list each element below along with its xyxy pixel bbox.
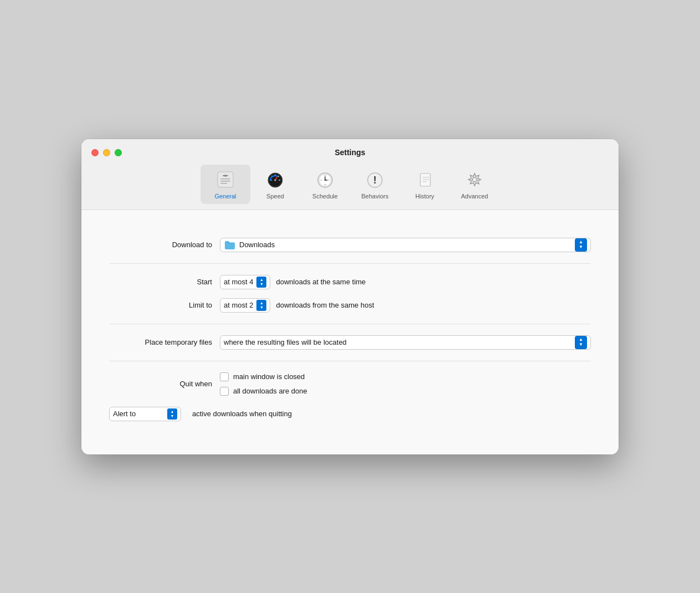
traffic-lights	[91, 149, 122, 156]
tab-schedule-label: Schedule	[312, 193, 338, 200]
svg-point-30	[472, 177, 477, 182]
start-label: Start	[109, 278, 220, 286]
temp-files-section: Place temporary files where the resultin…	[109, 324, 591, 361]
limit-stepper-up: ▲	[260, 301, 264, 305]
download-to-select-inner: Downloads	[224, 240, 575, 250]
quit-row: Quit when main window is closed all down…	[109, 372, 591, 396]
svg-rect-0	[218, 172, 233, 187]
svg-rect-4	[220, 181, 230, 182]
tab-speed[interactable]: Speed	[250, 165, 300, 204]
limit-to-select-value: at most 2	[224, 301, 253, 309]
limit-to-stepper[interactable]: ▲ ▼	[256, 300, 266, 311]
advanced-icon	[464, 169, 485, 190]
download-to-section: Download to Downloads ▲	[109, 227, 591, 264]
alert-to-select[interactable]: Alert to ▲ ▼	[109, 407, 181, 421]
alert-to-value: Alert to	[113, 410, 164, 418]
temp-files-label: Place temporary files	[109, 338, 220, 346]
close-button[interactable]	[91, 149, 99, 156]
tab-advanced-label: Advanced	[461, 193, 488, 200]
start-row: Start at most 4 ▲ ▼ downloads at the sam…	[109, 275, 591, 289]
svg-point-23	[325, 179, 326, 180]
limit-to-select[interactable]: at most 2 ▲ ▼	[220, 298, 270, 313]
temp-files-select[interactable]: where the resulting files will be locate…	[220, 335, 591, 350]
tab-behaviors[interactable]: ! Behaviors	[350, 165, 400, 204]
start-select-value: at most 4	[224, 278, 253, 286]
download-to-value: Downloads	[239, 241, 575, 249]
tab-history[interactable]: History	[400, 165, 450, 204]
stepper-down-icon: ▼	[579, 245, 583, 249]
download-to-row: Download to Downloads ▲	[109, 238, 591, 252]
svg-point-14	[274, 179, 276, 181]
temp-files-select-inner: where the resulting files will be locate…	[224, 338, 575, 346]
folder-icon	[224, 240, 236, 250]
tab-behaviors-label: Behaviors	[362, 193, 389, 200]
tab-speed-label: Speed	[266, 193, 284, 200]
temp-files-select-container: where the resulting files will be locate…	[220, 335, 591, 350]
temp-stepper-down-icon: ▼	[579, 342, 583, 347]
download-to-label: Download to	[109, 241, 220, 249]
download-to-select[interactable]: Downloads ▲ ▼	[220, 238, 591, 252]
toolbar: General	[200, 165, 500, 209]
temp-files-value: where the resulting files will be locate…	[224, 338, 575, 346]
speed-icon	[265, 169, 286, 190]
start-select[interactable]: at most 4 ▲ ▼	[220, 275, 270, 289]
tab-schedule[interactable]: Schedule	[300, 165, 350, 204]
quit-all-downloads-label: all downloads are done	[233, 387, 307, 395]
svg-rect-5	[220, 183, 227, 184]
limit-to-suffix: downloads from the same host	[276, 301, 374, 309]
settings-window: Settings General	[81, 139, 619, 454]
temp-stepper-up-icon: ▲	[579, 338, 583, 342]
tab-advanced[interactable]: Advanced	[450, 165, 500, 204]
history-icon	[414, 169, 435, 190]
start-suffix: downloads at the same time	[276, 278, 366, 286]
behaviors-icon: !	[364, 169, 385, 190]
alert-to-suffix: active downloads when quitting	[192, 410, 292, 418]
quit-main-window-label: main window is closed	[233, 372, 305, 381]
svg-rect-3	[220, 178, 230, 180]
download-to-stepper[interactable]: ▲ ▼	[575, 238, 587, 252]
limit-to-label: Limit to	[109, 301, 220, 309]
temp-files-stepper[interactable]: ▲ ▼	[575, 336, 587, 349]
alert-to-row: Alert to ▲ ▼ active downloads when quitt…	[109, 407, 591, 421]
start-stepper-down: ▼	[260, 282, 264, 286]
quit-when-label: Quit when	[109, 380, 220, 388]
concurrent-section: Start at most 4 ▲ ▼ downloads at the sam…	[109, 264, 591, 324]
schedule-icon	[315, 169, 336, 190]
content-area: Download to Downloads ▲	[81, 209, 619, 454]
tab-history-label: History	[415, 193, 434, 200]
general-icon	[215, 169, 236, 190]
alert-stepper-down: ▼	[171, 414, 174, 418]
quit-all-downloads-checkbox[interactable]	[220, 387, 229, 396]
tab-general[interactable]: General	[200, 165, 250, 204]
start-stepper[interactable]: ▲ ▼	[256, 277, 266, 288]
maximize-button[interactable]	[115, 149, 122, 156]
stepper-up-icon: ▲	[579, 240, 583, 244]
quit-section: Quit when main window is closed all down…	[109, 361, 591, 432]
limit-stepper-down: ▼	[260, 305, 264, 309]
alert-to-stepper[interactable]: ▲ ▼	[167, 408, 177, 420]
alert-stepper-up: ▲	[171, 410, 174, 413]
quit-main-window-row: main window is closed	[220, 372, 307, 381]
svg-text:!: !	[373, 175, 377, 186]
window-title: Settings	[334, 148, 365, 157]
quit-main-window-checkbox[interactable]	[220, 372, 229, 381]
tab-general-label: General	[214, 193, 236, 200]
svg-rect-2	[224, 175, 227, 177]
start-stepper-up: ▲	[260, 278, 264, 282]
quit-checkboxes: main window is closed all downloads are …	[220, 372, 307, 396]
limit-to-row: Limit to at most 2 ▲ ▼ downloads from th…	[109, 298, 591, 313]
titlebar: Settings General	[81, 139, 619, 209]
minimize-button[interactable]	[103, 149, 110, 156]
quit-all-downloads-row: all downloads are done	[220, 387, 307, 396]
temp-files-row: Place temporary files where the resultin…	[109, 335, 591, 350]
download-to-select-container: Downloads ▲ ▼	[220, 238, 591, 252]
